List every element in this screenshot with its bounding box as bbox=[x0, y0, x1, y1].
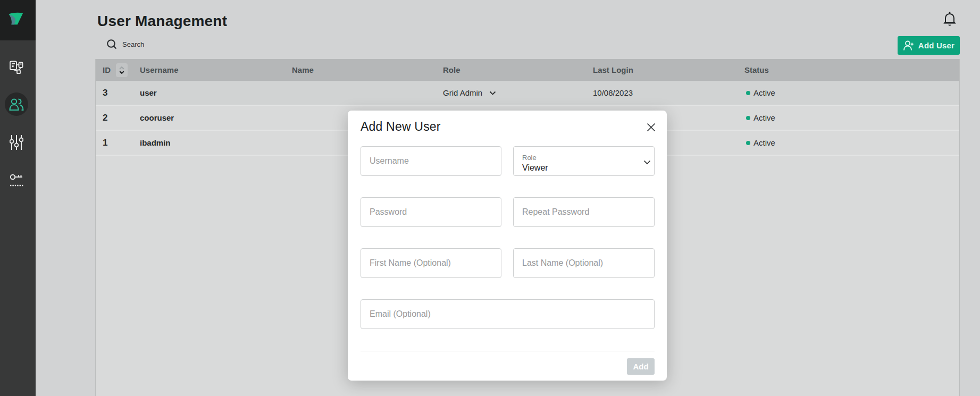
search-box bbox=[107, 39, 282, 49]
notifications-button[interactable] bbox=[943, 11, 957, 29]
close-button[interactable] bbox=[644, 121, 658, 136]
page-title: User Management bbox=[97, 13, 227, 30]
bell-icon bbox=[943, 11, 957, 27]
cell-status: Active bbox=[744, 88, 959, 97]
column-header-status[interactable]: Status bbox=[744, 65, 959, 74]
modal-footer: Add bbox=[361, 351, 655, 381]
modal-fields: Role Viewer bbox=[361, 146, 655, 350]
status-label: Active bbox=[753, 113, 775, 122]
app-logo[interactable] bbox=[0, 0, 36, 40]
users-icon bbox=[9, 98, 24, 111]
first-name-field[interactable] bbox=[361, 248, 501, 278]
person-add-icon bbox=[903, 40, 914, 50]
add-user-button[interactable]: Add User bbox=[898, 36, 960, 55]
cell-status: Active bbox=[744, 138, 959, 147]
chevron-down-icon bbox=[643, 160, 651, 165]
chevron-down-icon bbox=[489, 91, 496, 95]
close-icon bbox=[647, 123, 656, 132]
sidebar-item-infrastructure[interactable] bbox=[0, 52, 33, 82]
key-icon bbox=[10, 173, 23, 188]
column-header-role[interactable]: Role bbox=[443, 65, 593, 74]
column-header-last-login[interactable]: Last Login bbox=[593, 65, 744, 74]
add-user-label: Add User bbox=[918, 41, 954, 50]
add-new-user-modal: Add New User Role Viewer bbox=[348, 111, 667, 381]
status-active-dot bbox=[746, 91, 750, 95]
sidebar-item-users[interactable] bbox=[0, 89, 33, 119]
sort-descending-icon bbox=[119, 71, 124, 74]
search-icon bbox=[107, 39, 117, 49]
cell-username: ibadmin bbox=[140, 138, 292, 147]
email-field[interactable] bbox=[361, 299, 655, 329]
status-label: Active bbox=[753, 88, 775, 97]
cell-id: 2 bbox=[103, 113, 140, 123]
cell-last-login: 10/08/2023 bbox=[593, 88, 744, 97]
cell-username: cooruser bbox=[140, 113, 292, 122]
add-button[interactable]: Add bbox=[627, 358, 655, 375]
cell-status: Active bbox=[744, 113, 959, 122]
network-devices-icon bbox=[10, 60, 23, 74]
last-name-field[interactable] bbox=[513, 248, 655, 278]
role-dropdown[interactable]: Role Viewer bbox=[513, 146, 655, 176]
role-select[interactable]: Grid Admin bbox=[443, 88, 496, 97]
modal-title: Add New User bbox=[361, 120, 441, 134]
password-field[interactable] bbox=[361, 197, 501, 227]
sidebar-item-settings[interactable] bbox=[0, 128, 33, 157]
table-row[interactable]: 3 user Grid Admin 10/08/2023 Active bbox=[96, 81, 959, 106]
cell-id: 1 bbox=[103, 138, 140, 148]
sidebar-item-access-keys[interactable] bbox=[0, 165, 33, 195]
cell-id: 3 bbox=[103, 88, 140, 98]
column-header-name[interactable]: Name bbox=[292, 65, 443, 74]
sliders-icon bbox=[10, 134, 23, 150]
repeat-password-field[interactable] bbox=[513, 197, 655, 227]
sort-button[interactable] bbox=[116, 63, 128, 77]
status-active-dot bbox=[746, 141, 750, 145]
logo-icon bbox=[9, 12, 23, 25]
column-header-id[interactable]: ID bbox=[103, 63, 140, 77]
role-dropdown-label: Role bbox=[522, 154, 646, 162]
role-value: Grid Admin bbox=[443, 88, 482, 97]
column-header-username[interactable]: Username bbox=[140, 65, 292, 74]
cell-username: user bbox=[140, 88, 292, 97]
table-header-row: ID Username Name Role Last Login Status bbox=[96, 59, 959, 81]
sort-ascending-icon bbox=[119, 66, 124, 70]
status-label: Active bbox=[753, 138, 775, 147]
modal-header: Add New User bbox=[361, 111, 655, 136]
username-field[interactable] bbox=[361, 146, 501, 176]
status-active-dot bbox=[746, 116, 750, 120]
role-dropdown-value: Viewer bbox=[522, 163, 646, 173]
sidebar bbox=[0, 0, 36, 396]
search-input[interactable] bbox=[122, 40, 282, 48]
